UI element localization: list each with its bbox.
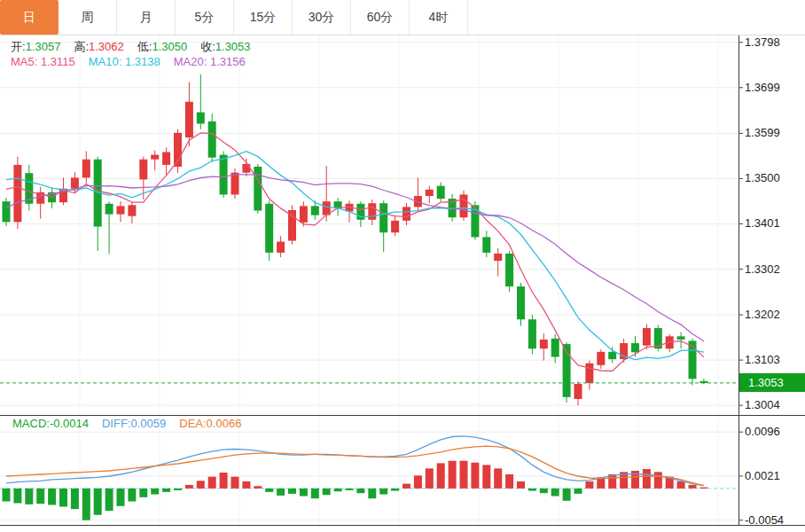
- ma20-legend-label: MA20:: [174, 55, 210, 68]
- candle-body: [368, 203, 376, 220]
- macd-bar: [391, 489, 399, 491]
- candle-body: [631, 343, 639, 352]
- ma5-legend: MA5: 1.3115: [11, 55, 75, 68]
- candle-body: [574, 384, 582, 399]
- macd-bar: [585, 481, 593, 489]
- ma5-legend-label: MA5:: [11, 55, 41, 68]
- price-axis-label: 1.3202: [745, 308, 803, 322]
- candle-body: [585, 364, 593, 383]
- tab-timeframe-3[interactable]: 5分: [176, 0, 234, 35]
- candle-body: [151, 155, 159, 160]
- macd-bar: [449, 461, 457, 489]
- chart-plot-area[interactable]: [0, 35, 805, 532]
- macd-bar: [654, 472, 662, 489]
- ma20-line: [6, 175, 704, 341]
- diff-legend-value: 0.0059: [130, 417, 166, 430]
- macd-axis-label: 0.0021: [745, 469, 803, 483]
- ma20-legend: MA20: 1.3156: [174, 55, 246, 68]
- macd-bar: [48, 489, 56, 505]
- candle-body: [71, 177, 79, 188]
- price-axis-label: 1.3500: [745, 171, 803, 185]
- candle-body: [13, 165, 21, 222]
- candle-body: [139, 160, 147, 180]
- ma5-line: [6, 133, 704, 372]
- high-legend: 高:1.3062: [74, 40, 123, 53]
- price-axis-label: 1.3798: [745, 35, 803, 50]
- candle-body: [482, 237, 490, 253]
- candle-body: [197, 113, 205, 124]
- candle-body: [208, 121, 216, 158]
- macd-bar: [437, 463, 445, 489]
- tab-timeframe-7[interactable]: 4时: [410, 0, 468, 35]
- ma10-line: [6, 152, 704, 360]
- candle-body: [460, 194, 468, 217]
- macd-bar: [402, 484, 410, 489]
- macd-bar: [460, 461, 468, 489]
- open-legend-value: 1.3057: [26, 40, 61, 53]
- macd-bar: [574, 489, 582, 494]
- macd-bar: [426, 468, 434, 489]
- macd-bar: [368, 489, 376, 498]
- high-legend-value: 1.3062: [89, 40, 124, 53]
- kline-chart-app: 日周月5分15分30分60分4时 开:1.3057高:1.3062低:1.305…: [0, 0, 805, 532]
- candle-body: [128, 205, 136, 215]
- tab-timeframe-1[interactable]: 周: [59, 0, 117, 35]
- close-legend-value: 1.3053: [215, 40, 251, 53]
- candle-body: [82, 160, 90, 178]
- macd-bar: [379, 489, 387, 495]
- macd-histogram: [3, 461, 708, 520]
- macd-bar: [643, 469, 651, 489]
- macd-bar: [25, 489, 33, 505]
- macd-bar: [208, 477, 216, 489]
- candle-body: [265, 204, 273, 253]
- macd-bar: [59, 489, 67, 507]
- macd-bar: [13, 489, 21, 504]
- candle-body: [437, 186, 445, 199]
- ma20-legend-value: 1.3156: [210, 55, 246, 68]
- macd-bar: [414, 475, 422, 489]
- tab-timeframe-2[interactable]: 月: [117, 0, 176, 35]
- macd-bar: [311, 489, 319, 498]
- candle-body: [3, 201, 11, 222]
- macd-bar: [528, 489, 536, 491]
- macd-bar: [699, 488, 707, 489]
- candle-body: [379, 203, 387, 232]
- open-legend-label: 开:: [11, 40, 26, 53]
- macd-bar: [323, 489, 331, 495]
- macd-bar: [94, 489, 102, 515]
- tab-timeframe-4[interactable]: 15分: [234, 0, 293, 35]
- close-legend-label: 收:: [200, 40, 215, 53]
- macd-bar: [517, 481, 525, 489]
- ma10-legend: MA10: 1.3138: [89, 55, 160, 68]
- price-axis-label: 1.3103: [745, 353, 803, 367]
- price-axis-label: 1.3401: [745, 216, 803, 231]
- ma-legend: MA5: 1.3115MA10: 1.3138MA20: 1.3156: [11, 55, 259, 69]
- macd-bar: [540, 489, 548, 493]
- macd-bar: [3, 489, 11, 502]
- current-price-badge: 1.3053: [739, 373, 805, 392]
- macd-bar: [139, 489, 147, 497]
- tab-timeframe-0[interactable]: 日: [0, 0, 59, 35]
- candle-body: [426, 190, 434, 196]
- macd-bar: [551, 489, 559, 497]
- candle-body: [494, 254, 502, 261]
- macd-axis-label: -0.0054: [745, 513, 803, 528]
- macd-bar: [231, 477, 239, 489]
- tab-timeframe-5[interactable]: 30分: [293, 0, 351, 35]
- macd-bar: [346, 489, 354, 490]
- macd-bar: [277, 489, 285, 496]
- macd-bar: [494, 468, 502, 489]
- macd-bar: [185, 485, 193, 489]
- macd-bar: [197, 481, 205, 489]
- macd-bar: [162, 489, 170, 492]
- ma10-legend-label: MA10:: [89, 55, 125, 68]
- timeframe-tabbar: 日周月5分15分30分60分4时: [0, 0, 805, 35]
- macd-bar: [117, 489, 125, 506]
- macd-bar: [106, 489, 113, 511]
- macd-bar: [254, 486, 262, 489]
- candles: [3, 74, 708, 405]
- candle-body: [106, 204, 113, 215]
- ohlc-legend: 开:1.3057高:1.3062低:1.3050收:1.3053: [11, 40, 264, 54]
- macd-bar: [128, 489, 136, 502]
- tab-timeframe-6[interactable]: 60分: [351, 0, 410, 35]
